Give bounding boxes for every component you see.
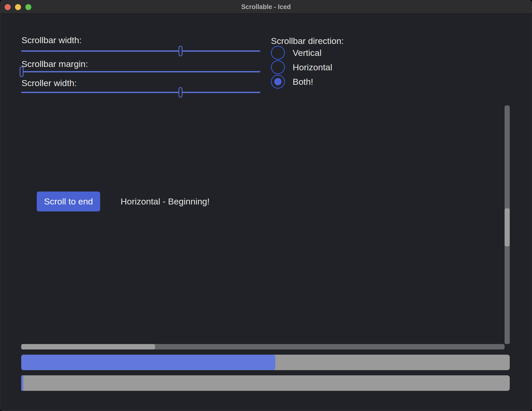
progress-fill bbox=[21, 355, 275, 370]
scrollbar-margin-slider[interactable] bbox=[21, 66, 260, 77]
slider-handle[interactable] bbox=[20, 66, 24, 77]
minimize-window-button[interactable] bbox=[15, 4, 21, 10]
horizontal-scrollbar-track[interactable] bbox=[21, 344, 505, 349]
scrollbar-width-label: Scrollbar width: bbox=[21, 35, 82, 45]
scrollbar-direction-label: Scrollbar direction: bbox=[271, 36, 344, 46]
vertical-scrollbar-track[interactable] bbox=[505, 105, 510, 344]
slider-track[interactable] bbox=[21, 71, 260, 72]
app-window: Scrollable - Iced Scrollbar width: Scrol… bbox=[0, 0, 532, 411]
slider-handle[interactable] bbox=[179, 46, 182, 56]
slider-track[interactable] bbox=[21, 50, 260, 52]
vertical-progress-bar bbox=[21, 375, 510, 391]
radio-circle-icon bbox=[271, 75, 285, 89]
vertical-scrollbar-thumb[interactable] bbox=[505, 208, 510, 247]
horizontal-progress-bar bbox=[21, 355, 510, 370]
radio-circle-icon bbox=[271, 46, 285, 60]
slider-track[interactable] bbox=[21, 92, 260, 93]
scroller-width-label: Scroller width: bbox=[21, 78, 77, 88]
window-title: Scrollable - Iced bbox=[0, 0, 532, 13]
horizontal-scrollbar-thumb[interactable] bbox=[21, 344, 155, 349]
scroll-status-text: Horizontal - Beginning! bbox=[121, 192, 210, 211]
radio-vertical-label: Vertical bbox=[293, 48, 322, 58]
slider-handle[interactable] bbox=[179, 87, 182, 98]
scrollbar-width-slider[interactable] bbox=[21, 46, 260, 56]
radio-both-label: Both! bbox=[293, 77, 313, 87]
radio-horizontal-label: Horizontal bbox=[293, 62, 332, 72]
titlebar: Scrollable - Iced bbox=[0, 0, 532, 14]
radio-horizontal[interactable]: Horizontal bbox=[271, 60, 332, 74]
close-window-button[interactable] bbox=[5, 4, 11, 10]
progress-fill bbox=[21, 375, 23, 391]
zoom-window-button[interactable] bbox=[25, 4, 31, 10]
radio-circle-icon bbox=[271, 60, 285, 74]
scroll-to-end-button[interactable]: Scroll to end bbox=[37, 192, 100, 211]
radio-dot-icon bbox=[274, 78, 282, 85]
radio-both[interactable]: Both! bbox=[271, 75, 313, 89]
radio-vertical[interactable]: Vertical bbox=[271, 46, 322, 60]
scroller-width-slider[interactable] bbox=[21, 87, 260, 98]
